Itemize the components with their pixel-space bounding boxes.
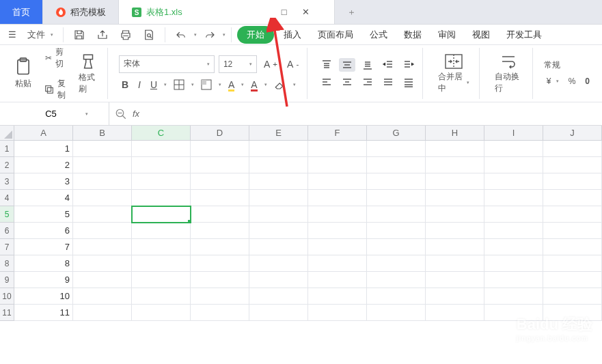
menu-dev[interactable]: 开发工具 <box>500 26 549 44</box>
save-icon[interactable] <box>69 26 90 44</box>
row-header[interactable]: 5 <box>0 206 14 223</box>
menu-insert[interactable]: 插入 <box>277 26 308 44</box>
col-header-C[interactable]: C <box>132 126 191 141</box>
fx-label[interactable]: fx <box>133 109 139 119</box>
cell[interactable] <box>484 206 543 223</box>
cell-style-button[interactable] <box>198 78 215 92</box>
cell[interactable] <box>308 288 367 305</box>
row-header[interactable]: 6 <box>0 223 14 239</box>
cell[interactable] <box>191 239 249 255</box>
name-box-dropdown[interactable]: ▾ <box>85 111 88 117</box>
underline-button[interactable]: U <box>148 78 160 92</box>
cell[interactable] <box>132 223 191 239</box>
menu-review[interactable]: 审阅 <box>431 26 463 44</box>
cell[interactable] <box>132 255 191 272</box>
row-header[interactable]: 8 <box>0 255 14 272</box>
cell[interactable] <box>484 141 543 157</box>
cell[interactable] <box>543 255 602 272</box>
tab-home[interactable]: 首页 <box>0 0 43 24</box>
cell[interactable] <box>191 206 249 223</box>
col-header-F[interactable]: F <box>308 126 367 141</box>
formula-input[interactable] <box>145 109 597 119</box>
tab-dock[interactable]: 稻壳模板 <box>43 0 119 24</box>
format-painter-button[interactable]: 格式刷 <box>74 50 102 98</box>
menu-formula[interactable]: 公式 <box>363 26 394 44</box>
cell[interactable] <box>73 190 132 206</box>
cell[interactable] <box>484 272 543 288</box>
print-icon[interactable] <box>115 26 136 44</box>
align-middle-button[interactable] <box>339 58 355 72</box>
row-header[interactable]: 3 <box>0 173 14 190</box>
align-justify-button[interactable] <box>380 76 396 89</box>
cell[interactable] <box>308 173 367 190</box>
cell[interactable] <box>132 190 191 206</box>
cell[interactable] <box>308 190 367 206</box>
cell[interactable] <box>73 206 132 223</box>
cell[interactable]: 1 <box>14 141 73 157</box>
cell[interactable] <box>73 173 132 190</box>
eraser-dropdown[interactable]: ▾ <box>293 82 296 87</box>
font-color-button[interactable]: A <box>248 78 260 92</box>
cell[interactable] <box>543 141 602 157</box>
font-color-dropdown[interactable]: ▾ <box>264 82 267 87</box>
tab-sheet[interactable]: S 表格1.xls □ ✕ <box>119 0 335 24</box>
cell[interactable] <box>367 190 426 206</box>
col-header-B[interactable]: B <box>73 126 132 141</box>
cell[interactable] <box>367 173 426 190</box>
cell[interactable] <box>132 206 191 223</box>
cell[interactable] <box>132 157 191 173</box>
thousands-button[interactable]: 0 <box>582 75 592 87</box>
cell[interactable]: 10 <box>14 288 73 305</box>
row-header[interactable]: 11 <box>0 305 14 321</box>
cell[interactable] <box>249 305 308 321</box>
undo-icon[interactable] <box>171 26 191 44</box>
cell[interactable] <box>426 223 484 239</box>
cell[interactable] <box>73 305 132 321</box>
cell[interactable] <box>484 223 543 239</box>
increase-font-button[interactable]: A+ <box>261 57 280 71</box>
align-left-button[interactable] <box>318 76 335 89</box>
cell[interactable] <box>367 206 426 223</box>
row-header[interactable]: 4 <box>0 190 14 206</box>
cell[interactable] <box>249 223 308 239</box>
zoom-out-icon[interactable] <box>115 108 127 120</box>
align-center-button[interactable] <box>339 76 355 89</box>
wrap-text-button[interactable]: 自动换行 <box>491 51 527 97</box>
cell[interactable] <box>426 255 484 272</box>
increase-indent-button[interactable] <box>400 58 417 72</box>
new-tab-button[interactable]: ＋ <box>335 0 368 24</box>
cell[interactable] <box>73 272 132 288</box>
cell[interactable] <box>426 141 484 157</box>
cell[interactable] <box>191 157 249 173</box>
col-header-A[interactable]: A <box>14 126 73 141</box>
print-preview-icon[interactable] <box>139 26 159 44</box>
cell[interactable] <box>484 190 543 206</box>
cell[interactable] <box>73 288 132 305</box>
cell[interactable] <box>367 272 426 288</box>
cell[interactable] <box>543 288 602 305</box>
redo-icon[interactable] <box>200 26 220 44</box>
cell[interactable] <box>543 272 602 288</box>
cell[interactable] <box>73 141 132 157</box>
cell[interactable] <box>249 141 308 157</box>
align-distribute-button[interactable] <box>400 76 417 89</box>
cell[interactable] <box>73 157 132 173</box>
cell[interactable] <box>543 157 602 173</box>
cell[interactable] <box>132 141 191 157</box>
currency-button[interactable]: ¥ ▾ <box>544 75 562 87</box>
cell[interactable] <box>367 288 426 305</box>
cell[interactable] <box>249 157 308 173</box>
decrease-font-button[interactable]: A- <box>284 57 301 71</box>
cell[interactable] <box>249 272 308 288</box>
cell[interactable]: 6 <box>14 223 73 239</box>
cell[interactable] <box>191 173 249 190</box>
cell[interactable]: 4 <box>14 190 73 206</box>
cell[interactable] <box>191 255 249 272</box>
cell[interactable] <box>543 206 602 223</box>
cell[interactable]: 5 <box>14 206 73 223</box>
cell[interactable] <box>543 173 602 190</box>
cell[interactable] <box>73 239 132 255</box>
cell[interactable]: 3 <box>14 173 73 190</box>
border-button[interactable] <box>171 78 187 92</box>
cell[interactable] <box>132 173 191 190</box>
